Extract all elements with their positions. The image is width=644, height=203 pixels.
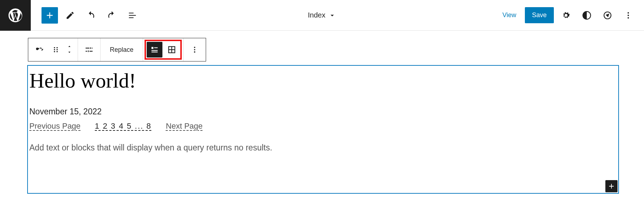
template-name-label: Index — [308, 11, 326, 19]
sliders-icon — [84, 45, 94, 54]
edit-mode-button[interactable] — [62, 7, 79, 24]
template-title-dropdown[interactable]: Index — [308, 11, 336, 19]
gear-icon — [561, 10, 571, 20]
wordpress-logo[interactable] — [0, 0, 31, 31]
svg-point-9 — [57, 49, 58, 50]
contrast-icon — [582, 11, 591, 20]
svg-rect-13 — [151, 50, 157, 51]
undo-icon — [86, 10, 96, 20]
svg-point-19 — [194, 49, 195, 50]
more-vertical-icon — [624, 11, 633, 20]
more-vertical-icon — [191, 46, 199, 54]
query-loop-block[interactable]: Hello world! November 15, 2022 Previous … — [27, 65, 619, 194]
block-options-button[interactable] — [186, 38, 203, 61]
svg-point-2 — [628, 12, 629, 14]
svg-point-5 — [54, 47, 55, 49]
block-toolbar: Replace — [28, 38, 206, 61]
svg-point-3 — [628, 15, 629, 16]
svg-point-6 — [54, 49, 55, 50]
drag-handle-button[interactable] — [48, 38, 64, 61]
chevron-down-icon — [328, 11, 336, 19]
pagination-next[interactable]: Next Page — [166, 122, 203, 131]
block-movers — [64, 38, 75, 61]
svg-point-8 — [57, 47, 58, 49]
svg-rect-14 — [151, 51, 157, 52]
replace-button[interactable]: Replace — [103, 38, 140, 61]
header-right-tools: View Save — [497, 7, 644, 24]
view-link[interactable]: View — [497, 8, 521, 23]
redo-icon — [107, 10, 117, 20]
save-button[interactable]: Save — [525, 7, 554, 23]
svg-point-7 — [54, 51, 55, 53]
pagination-prev[interactable]: Previous Page — [29, 122, 80, 131]
header-left-tools — [31, 7, 141, 24]
plus-icon — [45, 10, 55, 20]
wordpress-logo-icon — [7, 7, 24, 24]
document-overview-button[interactable] — [124, 7, 141, 24]
block-type-button[interactable] — [31, 38, 48, 61]
svg-point-20 — [194, 51, 195, 53]
editor-header: Index View Save — [0, 0, 644, 31]
drag-handle-icon — [52, 46, 60, 54]
plus-icon — [608, 182, 615, 190]
list-layout-button[interactable] — [147, 42, 162, 58]
query-loop-icon — [34, 45, 44, 55]
list-view-icon — [128, 11, 137, 20]
post-title[interactable]: Hello world! — [29, 69, 618, 93]
layout-toggle-highlight — [145, 40, 182, 60]
pencil-icon — [65, 11, 75, 20]
chevron-down-icon — [66, 50, 73, 55]
undo-button[interactable] — [82, 7, 99, 24]
compass-icon — [603, 11, 612, 20]
svg-point-10 — [57, 51, 58, 53]
styles-button[interactable] — [578, 7, 595, 24]
pagination-numbers[interactable]: 1 2 3 4 5 ... 8 — [95, 122, 151, 131]
grid-layout-icon — [167, 45, 176, 54]
inline-inserter-button[interactable] — [605, 180, 618, 192]
grid-layout-button[interactable] — [164, 42, 180, 58]
pagination-block[interactable]: Previous Page 1 2 3 4 5 ... 8 Next Page — [29, 122, 618, 131]
move-down-button[interactable] — [66, 50, 73, 55]
display-settings-button[interactable] — [81, 38, 97, 61]
no-results-placeholder[interactable]: Add text or blocks that will display whe… — [29, 143, 618, 153]
help-button[interactable] — [599, 7, 616, 24]
svg-rect-11 — [151, 47, 153, 49]
post-date[interactable]: November 15, 2022 — [29, 107, 618, 117]
chevron-up-icon — [66, 44, 73, 49]
svg-point-18 — [194, 47, 195, 48]
add-block-button[interactable] — [42, 7, 58, 24]
list-layout-icon — [150, 45, 159, 54]
settings-button[interactable] — [557, 7, 575, 24]
move-up-button[interactable] — [66, 44, 73, 50]
svg-point-4 — [628, 17, 629, 19]
svg-rect-12 — [154, 48, 158, 48]
options-button[interactable] — [620, 7, 637, 24]
redo-button[interactable] — [103, 7, 120, 24]
